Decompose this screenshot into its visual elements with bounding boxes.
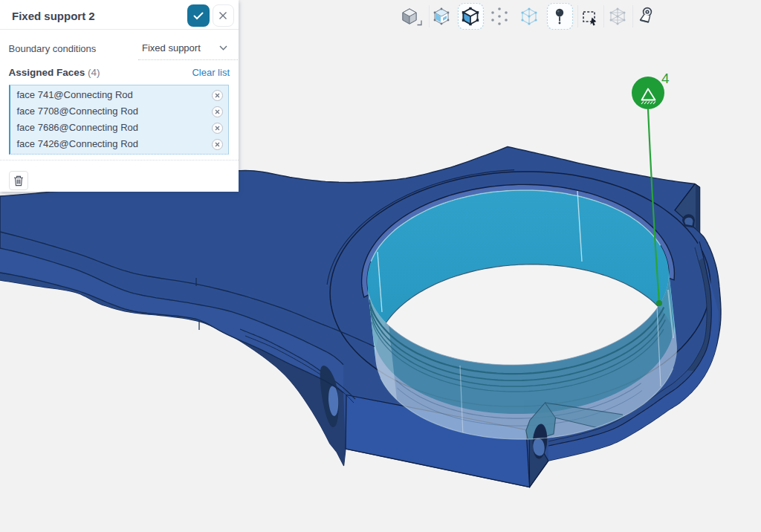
svg-text:4: 4 [661, 71, 670, 86]
